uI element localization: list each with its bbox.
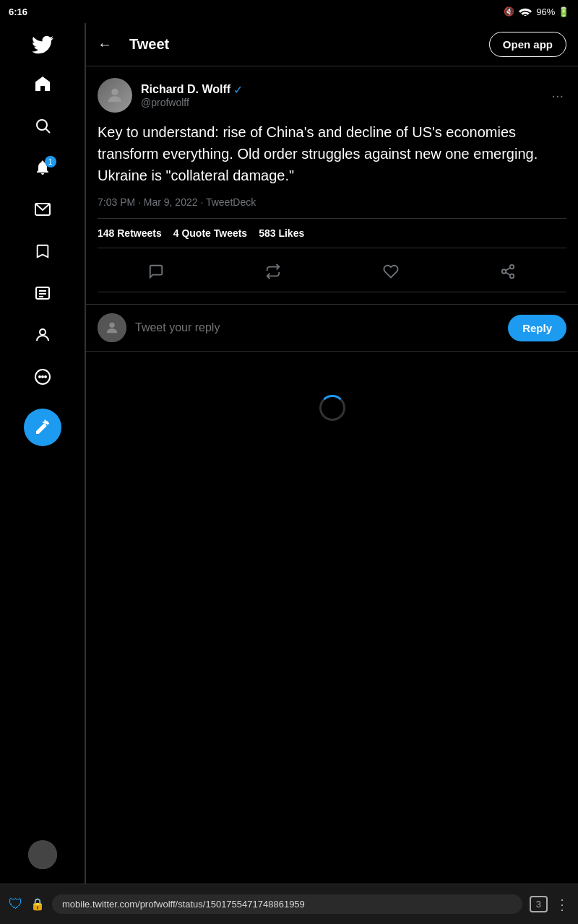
tweet-timestamp: 7:03 PM · Mar 9, 2022 · TweetDeck [98,196,566,208]
sidebar: 1 [0,23,85,884]
lock-icon: 🔒 [30,897,45,911]
likes-label: Likes [278,227,304,239]
main-content: ← Tweet Open app Ric [85,23,578,884]
shield-icon: 🛡 [9,896,23,912]
sidebar-item-bookmarks[interactable] [25,235,61,271]
author-handle[interactable]: @profwolff [141,97,540,108]
topbar: ← Tweet Open app [86,23,578,66]
svg-point-17 [510,274,514,279]
svg-line-1 [46,129,50,134]
like-action-button[interactable] [376,257,405,286]
sidebar-item-notifications[interactable]: 1 [25,152,61,188]
reply-input[interactable] [135,321,499,334]
browser-bar: 🛡 🔒 mobile.twitter.com/profwolff/status/… [0,884,578,924]
open-app-button[interactable]: Open app [489,32,566,57]
topbar-left: ← Tweet [98,36,169,53]
sidebar-item-messages[interactable] [25,193,61,230]
svg-point-10 [42,376,43,378]
app-layout: 1 [0,23,578,884]
reply-button[interactable]: Reply [508,315,566,341]
browser-url[interactable]: mobile.twitter.com/profwolff/status/1501… [52,894,522,914]
battery-icon: 96% 🔋 [536,6,569,17]
svg-point-16 [502,269,506,274]
loading-area [86,352,578,464]
search-icon [34,117,51,139]
sidebar-item-profile[interactable] [25,319,61,355]
tweet-text: Key to understand: rise of China's and d… [98,121,566,186]
page-title: Tweet [129,36,169,53]
status-bar: 6:16 🔇 96% 🔋 [0,0,578,23]
svg-point-15 [510,265,514,269]
author-name-row: Richard D. Wolff ✓ [141,83,540,97]
more-button[interactable]: ··· [548,84,566,107]
svg-point-0 [37,120,47,130]
actions-row [98,251,566,292]
quote-retweet-count: 4 Quote Tweets [173,227,247,239]
notification-badge: 1 [45,156,56,167]
svg-point-7 [40,329,46,335]
reply-input-row: Reply [86,305,578,352]
bookmark-icon [35,243,51,264]
person-icon [34,326,51,348]
loading-spinner [319,395,345,421]
user-avatar[interactable] [28,840,57,869]
sidebar-item-lists[interactable] [25,277,61,313]
retweet-action-button[interactable] [259,257,288,286]
compose-button[interactable] [24,409,61,446]
author-row: Richard D. Wolff ✓ @profwolff ··· [98,78,566,113]
sidebar-item-more[interactable] [25,361,61,397]
reply-action-button[interactable] [142,257,171,286]
home-icon [34,75,51,97]
svg-line-18 [506,272,510,275]
status-time: 6:16 [9,6,27,17]
svg-point-20 [109,323,114,328]
status-icons: 🔇 96% 🔋 [504,6,569,18]
list-icon [34,284,51,306]
svg-point-9 [39,376,40,378]
reply-user-avatar [98,313,126,342]
quote-label: Quote Tweets [181,227,247,239]
author-avatar [98,78,132,113]
author-name[interactable]: Richard D. Wolff [141,83,230,96]
svg-line-19 [506,268,510,271]
verified-icon: ✓ [233,83,243,97]
twitter-logo [28,30,57,59]
author-info: Richard D. Wolff ✓ @profwolff [141,83,540,108]
wifi-icon [519,6,532,18]
more-circle-icon [34,368,51,390]
svg-point-11 [45,376,46,378]
stats-row: 148 Retweets 4 Quote Tweets 583 Likes [98,218,566,248]
retweet-label: Retweets [117,227,161,239]
share-action-button[interactable] [493,257,522,286]
mute-icon: 🔇 [504,6,514,17]
tweet-container: Richard D. Wolff ✓ @profwolff ··· Key to… [86,66,578,305]
likes-count: 583 Likes [259,227,304,239]
back-button[interactable]: ← [98,36,112,53]
browser-menu-button[interactable]: ⋮ [555,896,569,913]
retweet-count: 148 Retweets [98,227,162,239]
mail-icon [34,201,51,222]
sidebar-item-search[interactable] [25,110,61,146]
svg-point-14 [111,89,118,95]
sidebar-item-home[interactable] [25,68,61,104]
tab-count[interactable]: 3 [530,896,548,912]
